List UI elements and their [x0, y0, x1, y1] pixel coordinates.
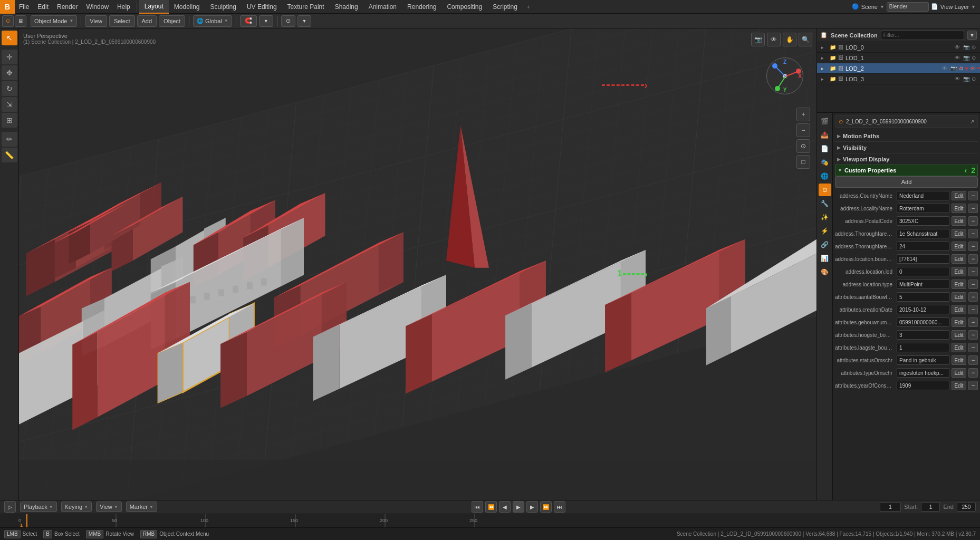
prop-edit-postal-code[interactable]: Edit — [952, 216, 966, 226]
outliner-camera-lod3[interactable]: 📷 — [963, 76, 969, 82]
custom-props-add-button[interactable]: Add — [835, 176, 978, 188]
prop-edit-type-omschr[interactable]: Edit — [952, 368, 966, 378]
zoom-fit-button[interactable]: ⊙ — [796, 139, 810, 153]
toggle-ortho-button[interactable]: □ — [796, 155, 810, 169]
prop-remove-status-omschr[interactable]: − — [968, 355, 978, 365]
timeline-editor-icon[interactable]: ▷ — [4, 501, 16, 513]
prev-frame-button[interactable]: ◀ — [499, 501, 511, 513]
zoom-in-button[interactable]: + — [796, 108, 810, 121]
prop-remove-year-construction[interactable]: − — [968, 381, 978, 390]
proportional-options-button[interactable]: ▼ — [297, 15, 312, 27]
outliner-camera-lod0[interactable]: 📷 — [963, 44, 969, 50]
props-scene-icon[interactable]: 🎭 — [819, 156, 831, 169]
jump-end-button[interactable]: ⏭ — [554, 501, 565, 513]
outliner-render-lod3[interactable]: ⊙ — [972, 76, 976, 82]
prop-edit-thoroughfare-name[interactable]: Edit — [952, 229, 966, 238]
outliner-item-lod1[interactable]: ▸ 📁 🖼 LOD_1 👁 📷 ⊙ — [817, 53, 980, 63]
prop-edit-laagste-bouwlaag[interactable]: Edit — [952, 343, 966, 352]
prop-edit-thoroughfare-number[interactable]: Edit — [952, 242, 966, 251]
scene-dropdown-icon[interactable]: ▼ — [880, 4, 885, 9]
snap-options-button[interactable]: ▼ — [259, 15, 273, 27]
viewport-vr-button[interactable]: 👁 — [767, 33, 781, 46]
section-visibility[interactable]: ▶ Visibility — [835, 141, 978, 153]
outliner-filter-button[interactable]: ▼ — [967, 31, 977, 40]
props-data-icon[interactable]: 📊 — [819, 252, 831, 265]
menu-edit[interactable]: Edit — [33, 0, 53, 14]
outliner-camera-lod1[interactable]: 📷 — [963, 55, 969, 61]
props-modifier-icon[interactable]: 🔧 — [819, 197, 831, 210]
prop-edit-loc-lod[interactable]: Edit — [952, 267, 966, 276]
blender-icon[interactable]: ⊙ — [2, 15, 14, 27]
prop-remove-hoogste-bouwlaag[interactable]: − — [968, 330, 978, 340]
section-custom-properties[interactable]: ▼ Custom Properties ‹ 2 — [835, 165, 978, 176]
current-frame-input[interactable] — [880, 502, 901, 512]
prop-remove-loc-type[interactable]: − — [968, 279, 978, 289]
menu-help[interactable]: Help — [113, 0, 134, 14]
tab-modeling[interactable]: Modeling — [169, 0, 205, 14]
global-dropdown[interactable]: 🌐 Global ▼ — [193, 15, 232, 27]
tab-texture-paint[interactable]: Texture Paint — [282, 0, 330, 14]
zoom-out-button[interactable]: − — [796, 123, 810, 137]
prop-remove-thoroughfare-number[interactable]: − — [968, 242, 978, 251]
props-view-layer-icon[interactable]: 📄 — [819, 142, 831, 155]
prop-edit-gebouwnummer[interactable]: Edit — [952, 317, 966, 327]
prop-remove-country-name[interactable]: − — [968, 191, 978, 200]
menu-render[interactable]: Render — [53, 0, 82, 14]
outliner-item-lod3[interactable]: ▸ 📁 🖼 LOD_3 👁 📷 ⊙ — [817, 74, 980, 84]
tool-annotate[interactable]: ✏ — [2, 132, 17, 147]
prop-edit-year-construction[interactable]: Edit — [952, 381, 966, 390]
tool-select[interactable]: ↖ — [2, 31, 17, 45]
editor-type-icon[interactable]: 🖥 — [15, 15, 26, 27]
viewport-3d[interactable]: User Perspective (1) Scene Collection | … — [19, 28, 816, 500]
props-output-icon[interactable]: 📤 — [819, 129, 831, 141]
select-menu-button[interactable]: Select — [109, 15, 135, 27]
prop-edit-locality-name[interactable]: Edit — [952, 204, 966, 213]
tab-compositing[interactable]: Compositing — [441, 0, 487, 14]
next-frame-button[interactable]: ▶ — [526, 501, 538, 513]
prop-edit-country-name[interactable]: Edit — [952, 191, 966, 200]
prop-edit-creation-date[interactable]: Edit — [952, 305, 966, 314]
outliner-render-lod1[interactable]: ⊙ — [972, 55, 976, 61]
tab-shading[interactable]: Shading — [330, 0, 363, 14]
prop-remove-laagste-bouwlaag[interactable]: − — [968, 343, 978, 352]
marker-menu-button[interactable]: Marker ▼ — [126, 502, 157, 512]
viewport-search-button[interactable]: 🔍 — [799, 33, 812, 46]
playback-menu-button[interactable]: Playback ▼ — [20, 502, 57, 512]
tool-rotate[interactable]: ↻ — [2, 81, 17, 96]
props-render-icon[interactable]: 🎬 — [819, 115, 831, 128]
section-viewport-display[interactable]: ▶ Viewport Display — [835, 153, 978, 165]
view-layer-name[interactable]: View Layer — [940, 4, 969, 10]
prop-edit-status-omschr[interactable]: Edit — [952, 355, 966, 365]
view-layer-dropdown-icon[interactable]: ▼ — [971, 4, 976, 9]
tool-move[interactable]: ✥ — [2, 65, 17, 80]
scene-name[interactable]: Scene — [861, 4, 878, 10]
outliner-camera-lod2[interactable]: 📷 — [950, 65, 957, 71]
prop-remove-thoroughfare-name[interactable]: − — [968, 229, 978, 238]
outliner-item-lod0[interactable]: ▸ 📁 🖼 LOD_0 👁 📷 ⊙ — [817, 42, 980, 53]
jump-start-button[interactable]: ⏮ — [472, 501, 483, 513]
view-menu-button[interactable]: View — [85, 15, 107, 27]
navigation-gizmo[interactable]: X Y Z — [764, 55, 806, 97]
props-constraints-icon[interactable]: 🔗 — [819, 238, 831, 251]
outliner-visibility-lod2[interactable]: 👁 — [941, 65, 948, 72]
props-particles-icon[interactable]: ✨ — [819, 211, 831, 224]
outliner-visibility-lod1[interactable]: 👁 — [954, 54, 961, 62]
tab-scripting[interactable]: Scripting — [487, 0, 523, 14]
prop-remove-creation-date[interactable]: − — [968, 305, 978, 314]
next-keyframe-button[interactable]: ⏩ — [540, 501, 552, 513]
start-frame-input[interactable] — [921, 502, 940, 512]
gizmo-circle[interactable]: X Y Z — [766, 57, 803, 94]
outliner-visibility-lod0[interactable]: 👁 — [954, 44, 961, 51]
viewport-hand-tool[interactable]: ✋ — [783, 33, 796, 46]
menu-file[interactable]: File — [15, 0, 33, 14]
play-stop-button[interactable]: ▶ — [513, 501, 524, 513]
object-props-expand-icon[interactable]: ↗ — [970, 119, 974, 124]
tool-measure[interactable]: 📏 — [2, 148, 17, 162]
viewport-camera-button[interactable]: 📷 — [751, 33, 765, 46]
outliner-search-input[interactable] — [881, 31, 964, 40]
prop-edit-hoogste-bouwlaag[interactable]: Edit — [952, 330, 966, 340]
keying-menu-button[interactable]: Keying ▼ — [61, 502, 92, 512]
tab-sculpting[interactable]: Sculpting — [205, 0, 242, 14]
section-motion-paths[interactable]: ▶ Motion Paths — [835, 130, 978, 141]
tool-transform[interactable]: ⊞ — [2, 113, 17, 128]
